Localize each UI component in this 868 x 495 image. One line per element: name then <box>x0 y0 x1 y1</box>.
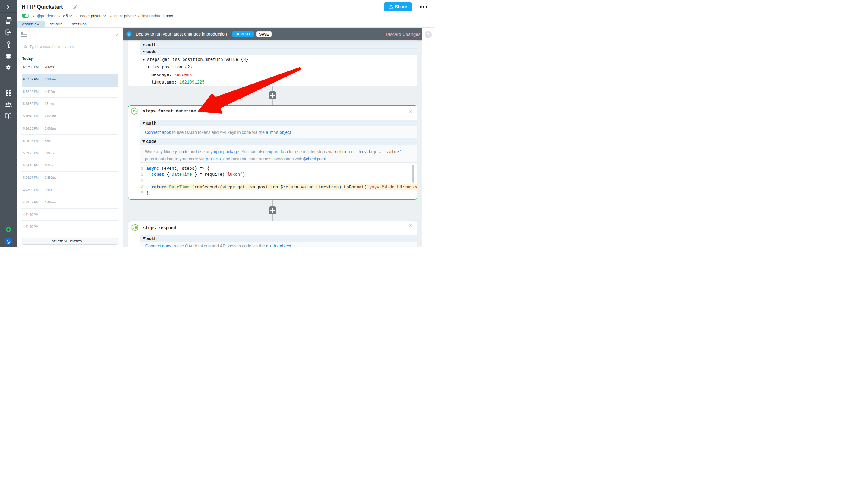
svg-text:JS: JS <box>132 109 136 113</box>
svg-text:JS: JS <box>132 226 137 230</box>
svg-text:@: @ <box>6 239 11 244</box>
